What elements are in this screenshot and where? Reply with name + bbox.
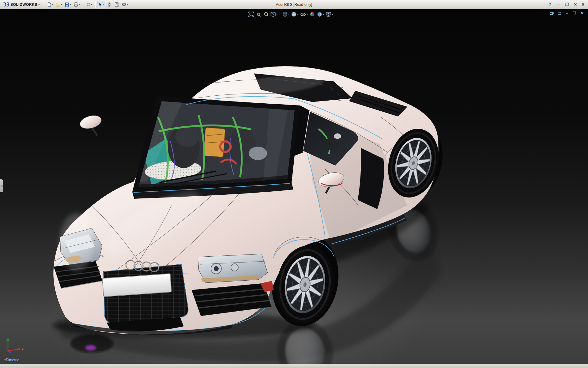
toolbar-separator [83,2,83,8]
rebuild-button[interactable] [106,1,113,8]
window-controls: ? – ❐ ✕ ⊞ [546,1,586,8]
view-cube-icon [282,11,288,17]
triad-x-label: x [22,347,24,351]
heads-up-toolbar: ▾ ▾ ▾ ▾ [247,11,334,18]
appearance-ball-icon [309,11,315,17]
file-properties-icon [114,2,119,7]
toolbar-separator [280,12,280,17]
zoom-area-icon [255,11,261,17]
panel-collapse-tab[interactable]: ◀ [0,179,3,192]
previous-view-button[interactable] [262,11,269,18]
previous-view-icon [263,11,269,17]
main-toolbar: ▾ ▾ ▾ ▾ [46,1,129,8]
orientation-triad-icon: x [4,335,26,355]
document-window-icon [550,11,554,15]
close-button[interactable]: ✕ [571,1,579,8]
title-bar: SOLIDWORKS ▸ ▾ ▾ [0,0,588,9]
view-settings-icon [326,11,331,17]
model-render[interactable] [0,9,588,364]
help-button[interactable]: ? [546,1,554,8]
display-style-icon [291,11,297,17]
options-button[interactable]: ▾ [121,1,129,8]
apply-scene-button[interactable]: ▾ [316,11,325,18]
toolbar-separator [44,2,44,8]
print-button[interactable]: ▾ [73,1,81,8]
document-window-button[interactable] [548,10,555,16]
document-window-icon [557,11,561,15]
zoom-fit-icon [248,11,254,17]
status-bar [0,364,588,368]
dassault-3ds-logo-icon [2,2,9,7]
graphics-viewport[interactable]: ▾ ▾ ▾ ▾ [0,9,588,364]
layout-button[interactable]: ⊞ [580,1,586,8]
hide-show-items-button[interactable]: ▾ [299,11,308,18]
document-window-controls: – ❐ ✕ [548,10,586,16]
save-button[interactable]: ▾ [64,1,72,8]
toolbar-separator [95,2,95,8]
edit-appearance-button[interactable] [309,11,316,18]
view-settings-button[interactable]: ▾ [325,11,334,18]
display-style-button[interactable]: ▾ [290,11,299,18]
save-icon [65,2,70,7]
zoom-to-fit-button[interactable] [247,11,254,18]
select-cursor-icon [98,2,103,7]
headlight-right [198,254,268,283]
options-gear-icon [122,2,126,7]
doc-close-button[interactable]: ✕ [579,10,586,16]
file-properties-button[interactable] [113,1,120,8]
scene-globe-icon [317,11,322,17]
orientation-triad: x [4,335,26,356]
section-view-button[interactable]: ▾ [270,11,278,18]
undo-icon [86,2,91,7]
rebuild-icon [107,2,112,7]
doc-restore-button[interactable]: ❐ [571,10,578,16]
open-button[interactable]: ▾ [55,1,63,8]
new-document-icon [47,2,52,7]
open-folder-icon [56,2,61,7]
document-window-button[interactable] [556,10,563,16]
brand-caret-icon: ▸ [39,3,40,6]
minimize-button[interactable]: – [554,1,562,8]
brand-name: SOLIDWORKS [10,2,37,7]
restore-button[interactable]: ❐ [563,1,571,8]
select-button[interactable]: ▾ [97,1,105,8]
eyeglasses-icon [300,11,306,17]
new-button[interactable]: ▾ [46,1,54,8]
view-orientation-label: *Dimetric [4,358,19,362]
zoom-to-area-button[interactable] [255,11,262,18]
mirror-left [78,113,103,136]
doc-minimize-button[interactable]: – [564,10,570,16]
print-icon [74,2,78,7]
solidworks-window: SOLIDWORKS ▸ ▾ ▾ [0,0,588,368]
view-orientation-button[interactable]: ▾ [281,11,290,18]
solidworks-logo[interactable]: SOLIDWORKS ▸ [2,2,42,7]
section-view-icon [270,11,276,17]
undo-button[interactable]: ▾ [85,1,93,8]
